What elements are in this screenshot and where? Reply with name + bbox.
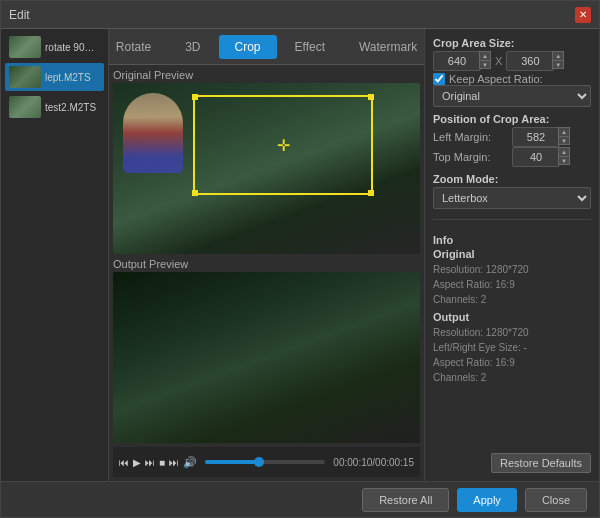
- zoom-mode-section: Zoom Mode: Letterbox: [433, 173, 591, 209]
- aspect-select[interactable]: Original: [433, 85, 591, 107]
- top-margin-spinbox: ▲ ▼: [512, 147, 570, 167]
- left-margin-label: Left Margin:: [433, 131, 508, 143]
- output-resolution: Resolution: 1280*720: [433, 325, 591, 340]
- crop-handle-br[interactable]: [368, 190, 374, 196]
- original-preview-section: Original Preview ✛: [113, 69, 420, 254]
- height-up-arrow[interactable]: ▲: [552, 51, 564, 60]
- height-spinbox: ▲ ▼: [506, 51, 564, 71]
- width-up-arrow[interactable]: ▲: [479, 51, 491, 60]
- size-separator: X: [495, 55, 502, 67]
- position-section: Position of Crop Area: Left Margin: ▲ ▼ …: [433, 113, 591, 167]
- window-title: Edit: [9, 8, 30, 22]
- top-margin-down[interactable]: ▼: [558, 156, 570, 165]
- width-down-arrow[interactable]: ▼: [479, 60, 491, 69]
- crop-box[interactable]: ✛: [193, 95, 373, 195]
- height-down-arrow[interactable]: ▼: [552, 60, 564, 69]
- crop-handle-bl[interactable]: [192, 190, 198, 196]
- tab-rotate[interactable]: Rotate: [109, 35, 167, 59]
- left-margin-up[interactable]: ▲: [558, 127, 570, 136]
- crop-handle-tr[interactable]: [368, 94, 374, 100]
- zoom-mode-label: Zoom Mode:: [433, 173, 591, 185]
- right-panel: Crop Area Size: ▲ ▼ X ▲ ▼: [424, 29, 599, 481]
- video-content: [123, 93, 183, 173]
- position-label: Position of Crop Area:: [433, 113, 591, 125]
- left-margin-input[interactable]: [512, 127, 560, 147]
- progress-thumb[interactable]: [254, 457, 264, 467]
- close-window-button[interactable]: ✕: [575, 7, 591, 23]
- skip-end-button[interactable]: ⏭: [169, 457, 179, 468]
- main-content: rotate 90deg... lept.M2TS test2.M2TS Rot…: [1, 29, 599, 481]
- bottom-bar: Restore All Apply Close: [1, 481, 599, 517]
- left-margin-row: Left Margin: ▲ ▼: [433, 127, 591, 147]
- skip-back-button[interactable]: ⏮: [119, 457, 129, 468]
- crop-width-input[interactable]: [433, 51, 481, 71]
- progress-fill: [205, 460, 259, 464]
- restore-all-button[interactable]: Restore All: [362, 488, 449, 512]
- clip-thumbnail: [9, 36, 41, 58]
- crop-height-input[interactable]: [506, 51, 554, 71]
- original-preview-video: ✛: [113, 83, 420, 254]
- divider: [433, 219, 591, 220]
- crop-area-size-section: Crop Area Size: ▲ ▼ X ▲ ▼: [433, 37, 591, 107]
- tab-crop[interactable]: Crop: [219, 35, 277, 59]
- left-margin-down[interactable]: ▼: [558, 136, 570, 145]
- time-display: 00:00:10/00:00:15: [333, 457, 414, 468]
- keep-aspect-row: Keep Aspect Ratio:: [433, 73, 591, 85]
- tabs-bar: Rotate 3D Crop Effect Watermark: [109, 29, 424, 65]
- tab-watermark[interactable]: Watermark: [343, 35, 424, 59]
- volume-icon[interactable]: 🔊: [183, 456, 197, 469]
- output-eye-size: Left/Right Eye Size: -: [433, 340, 591, 355]
- original-aspect: Aspect Ratio: 16:9: [433, 277, 591, 292]
- crop-area-size-label: Crop Area Size:: [433, 37, 591, 49]
- close-button[interactable]: Close: [525, 488, 587, 512]
- progress-bar[interactable]: [205, 460, 325, 464]
- original-info-title: Original: [433, 248, 591, 260]
- zoom-mode-select[interactable]: Letterbox: [433, 187, 591, 209]
- clip-list: rotate 90deg... lept.M2TS test2.M2TS: [1, 29, 109, 481]
- next-frame-button[interactable]: ⏭: [145, 457, 155, 468]
- stop-button[interactable]: ■: [159, 457, 165, 468]
- output-aspect: Aspect Ratio: 16:9: [433, 355, 591, 370]
- output-preview-label: Output Preview: [113, 258, 420, 270]
- output-info-title: Output: [433, 311, 591, 323]
- original-preview-label: Original Preview: [113, 69, 420, 81]
- crop-center-handle[interactable]: ✛: [277, 136, 290, 155]
- apply-button[interactable]: Apply: [457, 488, 517, 512]
- keep-aspect-checkbox[interactable]: [433, 73, 445, 85]
- crop-size-row: ▲ ▼ X ▲ ▼: [433, 51, 591, 71]
- clip-item[interactable]: rotate 90deg...: [5, 33, 104, 61]
- clip-item[interactable]: lept.M2TS: [5, 63, 104, 91]
- video-area: Original Preview ✛: [109, 65, 424, 481]
- output-preview-video: [113, 272, 420, 443]
- clip-thumbnail: [9, 96, 41, 118]
- keep-aspect-label: Keep Aspect Ratio:: [449, 73, 543, 85]
- clip-name: rotate 90deg...: [45, 42, 100, 53]
- info-section: Info Original Resolution: 1280*720 Aspec…: [433, 234, 591, 385]
- original-resolution: Resolution: 1280*720: [433, 262, 591, 277]
- playback-bar: ⏮ ▶ ⏭ ■ ⏭ 🔊 00:00:10/00:00:15: [113, 447, 420, 477]
- output-channels: Channels: 2: [433, 370, 591, 385]
- crop-handle-tl[interactable]: [192, 94, 198, 100]
- restore-defaults-button[interactable]: Restore Defaults: [491, 453, 591, 473]
- center-panel: Rotate 3D Crop Effect Watermark Original…: [109, 29, 424, 481]
- play-button[interactable]: ▶: [133, 457, 141, 468]
- clip-thumbnail: [9, 66, 41, 88]
- top-margin-label: Top Margin:: [433, 151, 508, 163]
- tab-effect[interactable]: Effect: [279, 35, 341, 59]
- titlebar: Edit ✕: [1, 1, 599, 29]
- clip-name: lept.M2TS: [45, 72, 91, 83]
- top-margin-input[interactable]: [512, 147, 560, 167]
- clip-item[interactable]: test2.M2TS: [5, 93, 104, 121]
- original-channels: Channels: 2: [433, 292, 591, 307]
- left-margin-spinbox: ▲ ▼: [512, 127, 570, 147]
- output-preview-section: Output Preview: [113, 258, 420, 443]
- top-margin-up[interactable]: ▲: [558, 147, 570, 156]
- clip-name: test2.M2TS: [45, 102, 96, 113]
- tab-3d[interactable]: 3D: [169, 35, 216, 59]
- width-spinbox: ▲ ▼: [433, 51, 491, 71]
- top-margin-row: Top Margin: ▲ ▼: [433, 147, 591, 167]
- info-label: Info: [433, 234, 591, 246]
- edit-window: Edit ✕ rotate 90deg... lept.M2TS: [0, 0, 600, 518]
